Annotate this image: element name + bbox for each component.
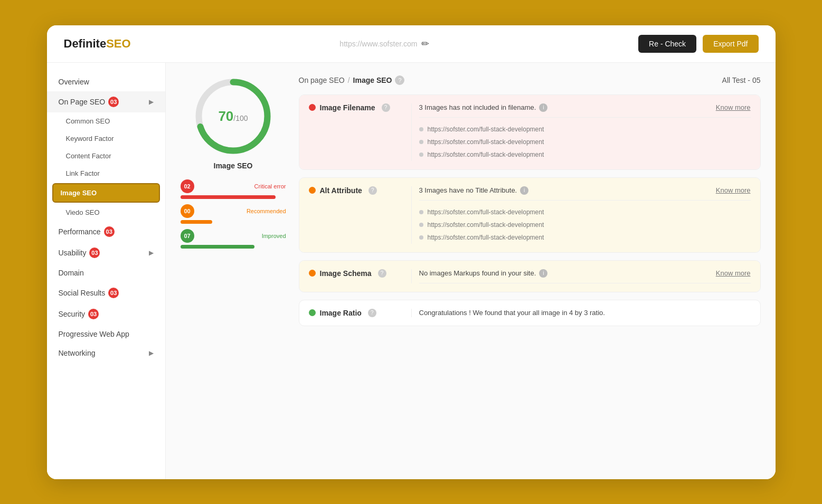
schema-message: No images Markups found in your site. i: [419, 269, 548, 278]
filename-know-more[interactable]: Know more: [716, 103, 751, 111]
usability-badge: 03: [89, 248, 100, 258]
breadcrumb-current: Image SEO: [353, 76, 392, 84]
schema-know-more[interactable]: Know more: [716, 269, 751, 277]
schema-help-icon[interactable]: ?: [378, 269, 386, 278]
card-alt-attribute: Alt Attribute ? 3 Images have no Title A…: [299, 177, 761, 253]
filename-help-icon[interactable]: ?: [382, 103, 390, 112]
networking-label: Networking: [59, 349, 96, 357]
sidebar-item-security[interactable]: Security 03: [47, 303, 165, 325]
security-badge: 03: [88, 309, 99, 319]
divider-alt: [411, 186, 412, 244]
alt-info-icon[interactable]: i: [520, 186, 528, 195]
logo-definite: Definite: [64, 37, 107, 50]
ratio-title: Image Ratio: [320, 309, 362, 317]
sidebar-item-on-page-seo-label: On Page SEO: [59, 98, 106, 106]
sidebar-item-on-page-seo[interactable]: On Page SEO 03 ▶: [47, 91, 165, 112]
ratio-message: Congratulations ! We found that your all…: [419, 309, 751, 317]
sidebar-item-domain[interactable]: Domain: [47, 263, 165, 282]
sub-menu: Common SEO Keyword Factor Content Factor…: [47, 112, 165, 221]
card-schema-inner: Image Schema ? No images Markups found i…: [299, 261, 760, 292]
breadcrumb-row: On page SEO / Image SEO ? All Test - 05: [299, 75, 761, 85]
sidebar-item-link-factor[interactable]: Link Factor: [47, 165, 165, 182]
performance-badge: 03: [104, 226, 115, 237]
breadcrumb-help-icon[interactable]: ?: [395, 75, 404, 85]
header: DefiniteSEO https://www.sofster.com ✏ Re…: [47, 25, 776, 63]
performance-left: Performance 03: [59, 226, 115, 237]
alt-url-2: https://sofster.com/full-stack-developme…: [419, 218, 751, 231]
export-button[interactable]: Export Pdf: [703, 35, 758, 53]
sidebar-item-pwa[interactable]: Progressive Web App: [47, 325, 165, 344]
recheck-button[interactable]: Re - Check: [638, 35, 696, 53]
sidebar-item-image-seo[interactable]: Image SEO: [52, 183, 160, 203]
ratio-dot: [309, 309, 316, 316]
filename-message-row: 3 Images has not included in filename. i…: [419, 103, 751, 118]
stat-critical-label: Critical error: [254, 183, 286, 189]
card-ratio-right: Congratulations ! We found that your all…: [419, 309, 751, 317]
sidebar-item-social-results[interactable]: Social Results 03: [47, 282, 165, 303]
usability-label: Usability: [59, 249, 87, 257]
social-badge: 03: [108, 288, 119, 298]
sidebar-item-video-seo[interactable]: Viedo SEO: [47, 204, 165, 221]
divider-schema: [411, 269, 412, 283]
stat-improved: 07 Improved: [181, 229, 286, 249]
social-left: Social Results 03: [59, 288, 119, 298]
card-image-ratio: Image Ratio ? Congratulations ! We found…: [299, 300, 761, 326]
card-filename-right: 3 Images has not included in filename. i…: [419, 103, 751, 161]
sidebar-item-networking[interactable]: Networking ▶: [47, 344, 165, 363]
pwa-label: Progressive Web App: [59, 330, 129, 338]
sidebar-item-usability[interactable]: Usability 03 ▶: [47, 242, 165, 263]
sidebar-item-keyword-factor[interactable]: Keyword Factor: [47, 130, 165, 147]
sidebar-item-common-seo[interactable]: Common SEO: [47, 112, 165, 130]
stat-improved-top: 07 Improved: [181, 229, 286, 243]
stat-improved-label: Improved: [262, 233, 286, 239]
filename-url-1: https://sofster.com/full-stack-developme…: [419, 123, 751, 136]
alt-urls: https://sofster.com/full-stack-developme…: [419, 201, 751, 244]
sidebar-item-content-factor[interactable]: Content Factor: [47, 147, 165, 165]
breadcrumb-parent: On page SEO: [299, 76, 345, 84]
filename-title: Image Filename: [320, 103, 375, 112]
alt-help-icon[interactable]: ?: [369, 186, 377, 195]
score-panel: 70/100 Image SEO 02 Critical error 0: [181, 75, 286, 467]
card-alt-header: Alt Attribute ? 3 Images have no Title A…: [299, 178, 760, 252]
sidebar-item-performance[interactable]: Performance 03: [47, 221, 165, 242]
card-filename-inner: Image Filename ? 3 Images has not includ…: [299, 95, 760, 169]
card-alt-left: Alt Attribute ?: [309, 186, 404, 195]
on-page-seo-left: On Page SEO 03: [59, 97, 119, 107]
edit-icon[interactable]: ✏: [421, 38, 429, 50]
filename-urls: https://sofster.com/full-stack-developme…: [419, 118, 751, 161]
score-circle: 70/100: [192, 75, 274, 157]
card-ratio-header: Image Ratio ? Congratulations ! We found…: [299, 300, 760, 326]
stats-row: 02 Critical error 00 Recommended: [181, 179, 286, 249]
card-schema-left: Image Schema ?: [309, 269, 404, 278]
stat-improved-bar: [181, 245, 254, 249]
networking-chevron: ▶: [149, 349, 154, 357]
divider-filename: [411, 103, 412, 161]
filename-dot: [309, 104, 316, 111]
social-label: Social Results: [59, 289, 106, 297]
breadcrumb: On page SEO / Image SEO ?: [299, 75, 405, 85]
alt-know-more[interactable]: Know more: [716, 186, 751, 194]
card-filename-left: Image Filename ?: [309, 103, 404, 112]
security-label: Security: [59, 310, 86, 318]
schema-title: Image Schema: [320, 269, 372, 278]
sidebar-item-overview-label: Overview: [59, 78, 89, 86]
stat-recommended-num: 00: [181, 204, 194, 218]
divider-ratio: [411, 309, 412, 317]
logo-seo: SEO: [106, 37, 130, 50]
stat-recommended: 00 Recommended: [181, 204, 286, 224]
score-label: Image SEO: [214, 161, 253, 170]
schema-dot: [309, 270, 316, 277]
stat-critical-bar: [181, 195, 276, 199]
filename-info-icon[interactable]: i: [539, 103, 547, 112]
header-center: https://www.sofster.com ✏: [339, 38, 429, 50]
alt-title: Alt Attribute: [320, 186, 362, 195]
sidebar-item-overview[interactable]: Overview: [47, 72, 165, 91]
alt-url-1: https://sofster.com/full-stack-developme…: [419, 206, 751, 218]
schema-info-icon[interactable]: i: [539, 269, 547, 278]
card-schema-header: Image Schema ? No images Markups found i…: [299, 261, 760, 292]
stat-recommended-bar: [181, 220, 212, 224]
url-display: https://www.sofster.com: [339, 40, 417, 48]
stat-recommended-label: Recommended: [247, 208, 286, 214]
ratio-help-icon[interactable]: ?: [368, 309, 376, 317]
alt-url-dot-1: [419, 210, 423, 214]
